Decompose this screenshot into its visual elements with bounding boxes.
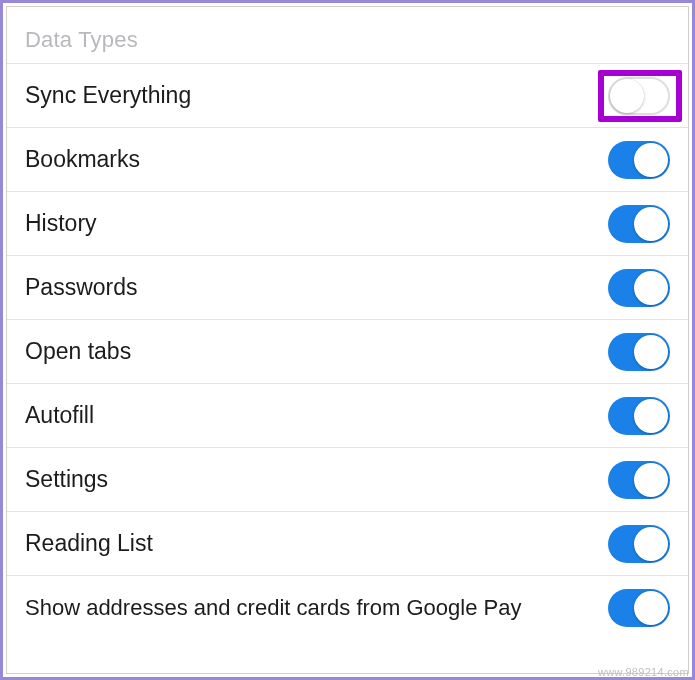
toggle-reading-list[interactable] [608,525,670,563]
label-sync-everything: Sync Everything [25,81,191,110]
row-google-pay: Show addresses and credit cards from Goo… [7,575,688,639]
toggle-knob [634,271,668,305]
toggle-knob [634,399,668,433]
row-history: History [7,191,688,255]
settings-panel: Data Types Sync Everything Bookmarks His… [6,6,689,674]
toggle-settings[interactable] [608,461,670,499]
label-reading-list: Reading List [25,529,153,558]
row-reading-list: Reading List [7,511,688,575]
toggle-bookmarks[interactable] [608,141,670,179]
toggle-knob [610,79,644,113]
label-autofill: Autofill [25,401,94,430]
label-passwords: Passwords [25,273,137,302]
toggle-open-tabs[interactable] [608,333,670,371]
toggle-knob [634,527,668,561]
row-settings: Settings [7,447,688,511]
toggle-autofill[interactable] [608,397,670,435]
label-history: History [25,209,97,238]
screenshot-frame: Data Types Sync Everything Bookmarks His… [0,0,695,680]
watermark: www.989214.com [598,666,689,678]
section-header-data-types: Data Types [7,13,688,63]
row-open-tabs: Open tabs [7,319,688,383]
label-bookmarks: Bookmarks [25,145,140,174]
label-settings: Settings [25,465,108,494]
row-bookmarks: Bookmarks [7,127,688,191]
label-open-tabs: Open tabs [25,337,131,366]
toggle-knob [634,143,668,177]
label-google-pay: Show addresses and credit cards from Goo… [25,594,521,622]
row-sync-everything: Sync Everything [7,63,688,127]
toggle-passwords[interactable] [608,269,670,307]
toggle-knob [634,335,668,369]
toggle-sync-everything[interactable] [608,77,670,115]
toggle-knob [634,463,668,497]
row-autofill: Autofill [7,383,688,447]
row-passwords: Passwords [7,255,688,319]
toggle-google-pay[interactable] [608,589,670,627]
toggle-knob [634,207,668,241]
toggle-knob [634,591,668,625]
toggle-history[interactable] [608,205,670,243]
